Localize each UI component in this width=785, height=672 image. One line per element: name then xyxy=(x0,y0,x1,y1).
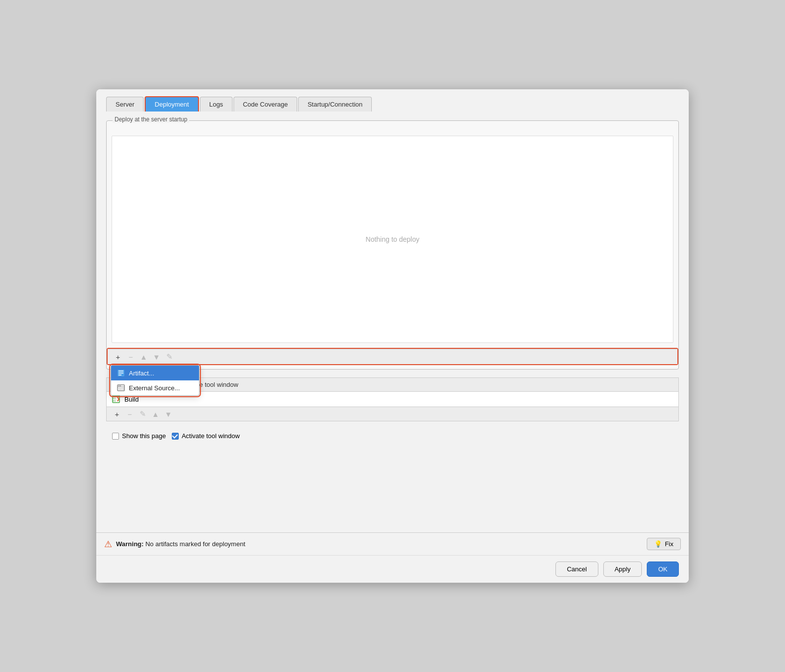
bottom-buttons: Cancel Apply OK xyxy=(96,555,689,583)
show-page-checkbox[interactable] xyxy=(112,433,119,440)
show-page-label: Show this page xyxy=(122,432,166,440)
fix-button[interactable]: 💡 Fix xyxy=(647,538,681,550)
svg-text:01: 01 xyxy=(113,400,116,402)
ok-button[interactable]: OK xyxy=(647,561,679,577)
build-label: Build xyxy=(124,396,139,403)
edit-button[interactable]: ✎ xyxy=(164,351,175,362)
fix-lightbulb-icon: 💡 xyxy=(654,540,662,548)
warning-icon: ⚠ xyxy=(104,539,112,550)
move-up-button[interactable]: ▲ xyxy=(138,351,149,362)
svg-text:01: 01 xyxy=(118,387,121,390)
show-page-group: Show this page xyxy=(112,432,166,440)
content-area: Deploy at the server startup Nothing to … xyxy=(96,112,689,532)
before-launch-toolbar: + − ✎ ▲ ▼ xyxy=(106,407,679,421)
warning-text: Warning: No artifacts marked for deploym… xyxy=(116,540,245,548)
tab-deployment[interactable]: Deployment xyxy=(145,96,198,112)
add-button[interactable]: + xyxy=(113,351,123,362)
artifact-icon xyxy=(117,369,125,377)
before-launch-up-button[interactable]: ▲ xyxy=(150,409,161,419)
svg-rect-1 xyxy=(118,371,123,372)
before-launch-edit-button[interactable]: ✎ xyxy=(137,409,148,419)
cancel-button[interactable]: Cancel xyxy=(555,561,598,577)
deploy-area: Nothing to deploy xyxy=(112,136,673,343)
before-launch-down-button[interactable]: ▼ xyxy=(163,409,174,419)
svg-rect-3 xyxy=(118,374,121,375)
svg-text:01: 01 xyxy=(121,387,124,390)
svg-rect-2 xyxy=(118,373,123,373)
dropdown-item-artifact[interactable]: Artifact... xyxy=(111,366,199,380)
tab-startup-connection[interactable]: Startup/Connection xyxy=(298,97,372,112)
before-launch-remove-button[interactable]: − xyxy=(124,409,135,419)
checkboxes-row: Show this page Activate tool window xyxy=(106,427,679,445)
build-icon: 01 01 xyxy=(112,395,120,404)
artifact-label: Artifact... xyxy=(129,370,154,377)
remove-button[interactable]: − xyxy=(125,351,136,362)
activate-tool-label: Activate tool window xyxy=(182,432,240,440)
before-launch-add-button[interactable]: + xyxy=(112,409,122,419)
warning-bar: ⚠ Warning: No artifacts marked for deplo… xyxy=(96,532,689,555)
apply-button[interactable]: Apply xyxy=(603,561,642,577)
nothing-to-deploy-text: Nothing to deploy xyxy=(366,235,420,243)
svg-rect-6 xyxy=(118,386,119,387)
deploy-toolbar: + − ▲ ▼ ✎ xyxy=(108,349,677,364)
tab-server[interactable]: Server xyxy=(106,97,144,112)
tab-logs[interactable]: Logs xyxy=(200,97,233,112)
add-dropdown-menu: Artifact... 01 01 xyxy=(111,365,199,396)
deploy-section-label: Deploy at the server startup xyxy=(113,116,189,123)
external-source-label: External Source... xyxy=(129,384,180,392)
activate-tool-checkbox[interactable] xyxy=(172,433,179,440)
svg-rect-7 xyxy=(120,386,121,387)
tabs-bar: Server Deployment Logs Code Coverage Sta… xyxy=(96,89,689,112)
toolbar-dropdown-section: + − ▲ ▼ ✎ xyxy=(107,348,678,365)
tab-code-coverage[interactable]: Code Coverage xyxy=(234,97,297,112)
fix-label: Fix xyxy=(665,540,673,548)
move-down-button[interactable]: ▼ xyxy=(151,351,162,362)
activate-tool-group: Activate tool window xyxy=(172,432,240,440)
dropdown-item-external-source[interactable]: 01 01 External Source... xyxy=(111,380,199,395)
external-source-icon: 01 01 xyxy=(117,384,125,392)
